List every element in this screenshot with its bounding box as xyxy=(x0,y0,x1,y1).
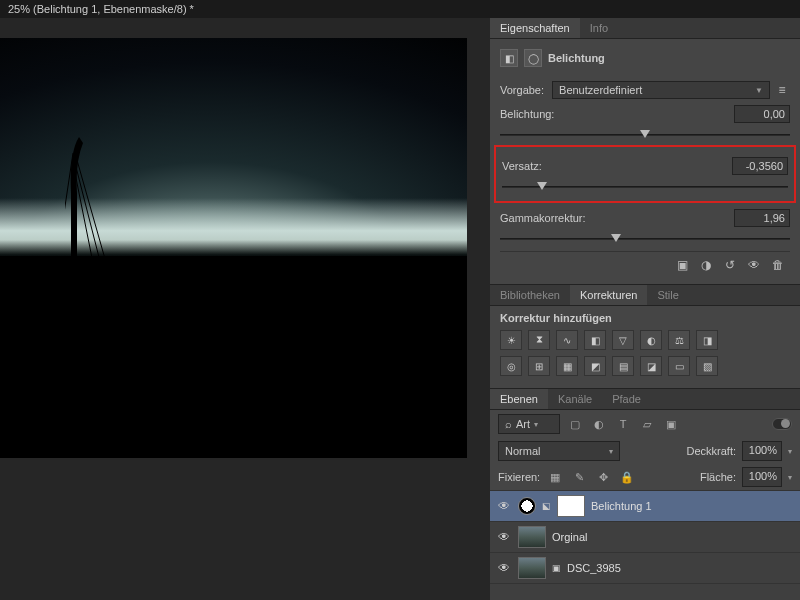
smart-object-icon: ▣ xyxy=(552,563,561,573)
offset-field[interactable]: -0,3560 xyxy=(732,157,788,175)
preset-value: Benutzerdefiniert xyxy=(559,84,642,96)
chevron-down-icon[interactable]: ▾ xyxy=(788,473,792,482)
clip-to-layer-icon[interactable]: ▣ xyxy=(674,258,690,272)
tab-pfade[interactable]: Pfade xyxy=(602,389,651,409)
selective-color-icon[interactable]: ▧ xyxy=(696,356,718,376)
tab-ebenen[interactable]: Ebenen xyxy=(490,389,548,409)
gamma-label: Gammakorrektur: xyxy=(500,212,586,224)
bw-icon[interactable]: ◨ xyxy=(696,330,718,350)
color-lookup-icon[interactable]: ▦ xyxy=(556,356,578,376)
opacity-label: Deckkraft: xyxy=(686,445,736,457)
filter-smart-icon[interactable]: ▣ xyxy=(662,416,680,432)
fill-label: Fläche: xyxy=(700,471,736,483)
layer-thumb[interactable] xyxy=(518,557,546,579)
link-icon: ⬕ xyxy=(542,501,551,511)
layer-name[interactable]: DSC_3985 xyxy=(567,562,621,574)
mask-icon: ◯ xyxy=(524,49,542,67)
layer-list: 👁 ⬕ Belichtung 1 👁 Orginal 👁 ▣ DSC_3985 xyxy=(490,491,800,600)
layer-filter-dropdown[interactable]: ⌕ Art ▾ xyxy=(498,414,560,434)
tab-stile[interactable]: Stile xyxy=(647,285,688,305)
document-canvas[interactable] xyxy=(0,38,467,458)
exposure-field[interactable]: 0,00 xyxy=(734,105,790,123)
gradient-map-icon[interactable]: ▭ xyxy=(668,356,690,376)
layer-name[interactable]: Belichtung 1 xyxy=(591,500,652,512)
filter-toggle[interactable] xyxy=(772,418,792,430)
tab-info[interactable]: Info xyxy=(580,18,618,38)
lock-transparent-icon[interactable]: ▦ xyxy=(546,469,564,485)
exposure-icon[interactable]: ◧ xyxy=(584,330,606,350)
properties-tabs: Eigenschaften Info xyxy=(490,18,800,39)
visibility-icon[interactable]: 👁 xyxy=(496,529,512,545)
exposure-label: Belichtung: xyxy=(500,108,554,120)
blend-mode-value: Normal xyxy=(505,445,540,457)
view-previous-icon[interactable]: ◑ xyxy=(698,258,714,272)
tab-eigenschaften[interactable]: Eigenschaften xyxy=(490,18,580,38)
vibrance-icon[interactable]: ▽ xyxy=(612,330,634,350)
tab-korrekturen[interactable]: Korrekturen xyxy=(570,285,647,305)
threshold-icon[interactable]: ◪ xyxy=(640,356,662,376)
filter-adjust-icon[interactable]: ◐ xyxy=(590,416,608,432)
document-title: 25% (Belichtung 1, Ebenenmaske/8) * xyxy=(0,0,800,18)
tab-kanaele[interactable]: Kanäle xyxy=(548,389,602,409)
gamma-slider[interactable] xyxy=(500,233,790,245)
curves-icon[interactable]: ∿ xyxy=(556,330,578,350)
levels-icon[interactable]: ⧗ xyxy=(528,330,550,350)
posterize-icon[interactable]: ▤ xyxy=(612,356,634,376)
chevron-down-icon: ▾ xyxy=(534,420,538,429)
lock-label: Fixieren: xyxy=(498,471,540,483)
layers-tabs: Ebenen Kanäle Pfade xyxy=(490,389,800,410)
photo-filter-icon[interactable]: ◎ xyxy=(500,356,522,376)
filter-label: Art xyxy=(516,418,530,430)
layer-thumb[interactable] xyxy=(518,526,546,548)
invert-icon[interactable]: ◩ xyxy=(584,356,606,376)
adjustments-grid: ☀ ⧗ ∿ ◧ ▽ ◐ ⚖ ◨ ◎ ⊞ ▦ ◩ ▤ ◪ ▭ ▧ xyxy=(500,330,790,376)
offset-slider[interactable] xyxy=(502,181,788,193)
exposure-adj-icon: ◧ xyxy=(500,49,518,67)
adjustments-heading: Korrektur hinzufügen xyxy=(500,312,790,324)
filter-pixel-icon[interactable]: ▢ xyxy=(566,416,584,432)
color-balance-icon[interactable]: ⚖ xyxy=(668,330,690,350)
layer-row[interactable]: 👁 ▣ DSC_3985 xyxy=(490,553,800,584)
tab-bibliotheken[interactable]: Bibliotheken xyxy=(490,285,570,305)
visibility-icon[interactable]: 👁 xyxy=(496,560,512,576)
mask-thumb[interactable] xyxy=(557,495,585,517)
exposure-slider[interactable] xyxy=(500,129,790,141)
chevron-down-icon: ▼ xyxy=(755,86,763,95)
gamma-field[interactable]: 1,96 xyxy=(734,209,790,227)
chevron-down-icon: ▾ xyxy=(609,447,613,456)
canvas-area xyxy=(0,18,490,600)
filter-type-icon[interactable]: T xyxy=(614,416,632,432)
trash-icon[interactable]: 🗑 xyxy=(770,258,786,272)
adjustments-tabs: Bibliotheken Korrekturen Stile xyxy=(490,285,800,306)
brightness-icon[interactable]: ☀ xyxy=(500,330,522,350)
offset-label: Versatz: xyxy=(502,160,542,172)
chevron-down-icon[interactable]: ▾ xyxy=(788,447,792,456)
preset-menu-icon[interactable]: ≡ xyxy=(774,83,790,97)
opacity-field[interactable]: 100% xyxy=(742,441,782,461)
fill-field[interactable]: 100% xyxy=(742,467,782,487)
channel-mixer-icon[interactable]: ⊞ xyxy=(528,356,550,376)
layer-row[interactable]: 👁 Orginal xyxy=(490,522,800,553)
adjustment-thumb-icon xyxy=(518,497,536,515)
lock-position-icon[interactable]: ✥ xyxy=(594,469,612,485)
hue-sat-icon[interactable]: ◐ xyxy=(640,330,662,350)
lock-paint-icon[interactable]: ✎ xyxy=(570,469,588,485)
lock-all-icon[interactable]: 🔒 xyxy=(618,469,636,485)
blend-mode-dropdown[interactable]: Normal ▾ xyxy=(498,441,620,461)
preset-label: Vorgabe: xyxy=(500,84,544,96)
filter-shape-icon[interactable]: ▱ xyxy=(638,416,656,432)
visibility-icon[interactable]: 👁 xyxy=(746,258,762,272)
layer-name[interactable]: Orginal xyxy=(552,531,587,543)
properties-heading: Belichtung xyxy=(548,52,605,64)
visibility-icon[interactable]: 👁 xyxy=(496,498,512,514)
reset-icon[interactable]: ↺ xyxy=(722,258,738,272)
search-icon: ⌕ xyxy=(505,418,512,430)
layer-row[interactable]: 👁 ⬕ Belichtung 1 xyxy=(490,491,800,522)
offset-highlight: Versatz: -0,3560 xyxy=(494,145,796,203)
preset-dropdown[interactable]: Benutzerdefiniert ▼ xyxy=(552,81,770,99)
